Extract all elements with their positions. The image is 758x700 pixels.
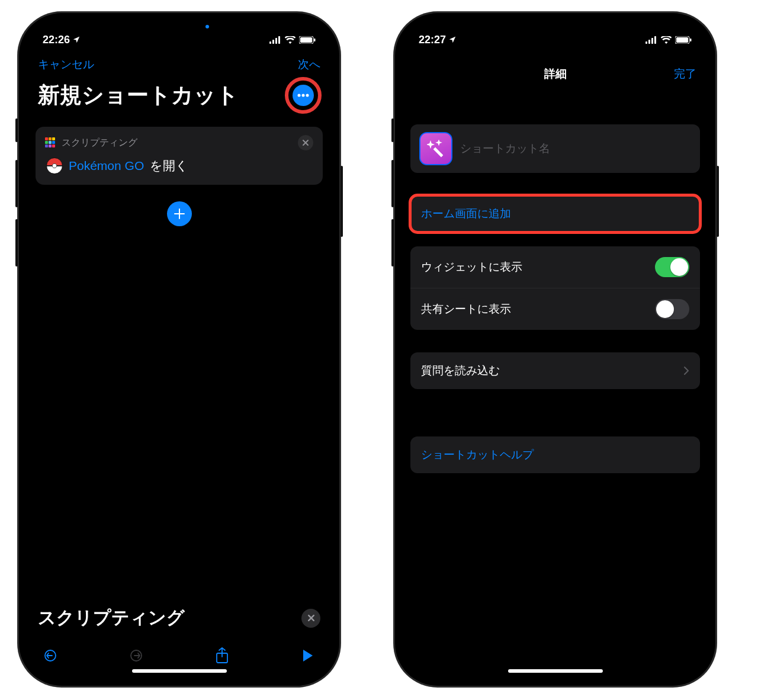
shortcut-icon-button[interactable] <box>420 133 452 165</box>
screen-right: 22:27 詳細 完了 ショートカット名 <box>402 20 708 679</box>
undo-button[interactable] <box>41 648 59 663</box>
widget-label: ウィジェットに表示 <box>421 259 522 275</box>
play-icon <box>302 649 314 662</box>
signal-icon <box>269 36 281 44</box>
phone-right: 22:27 詳細 完了 ショートカット名 <box>394 12 717 687</box>
share-sheet-toggle[interactable] <box>655 299 689 319</box>
action-category-label: スクリプティング <box>62 137 292 149</box>
more-button[interactable] <box>293 85 314 106</box>
action-suffix: を開く <box>150 158 188 174</box>
import-questions-button[interactable]: 質問を読み込む <box>410 352 700 389</box>
svg-rect-0 <box>269 41 271 44</box>
svg-point-8 <box>302 94 305 97</box>
chevron-right-icon <box>683 366 689 375</box>
run-button[interactable] <box>299 649 317 662</box>
svg-point-9 <box>306 94 309 97</box>
svg-rect-15 <box>651 38 653 44</box>
page-title: 新規ショートカット <box>38 81 239 110</box>
help-label: ショートカットヘルプ <box>421 447 534 463</box>
wifi-icon <box>661 36 672 44</box>
shortcut-name-section: ショートカット名 <box>410 124 700 173</box>
highlight-circle <box>285 77 322 114</box>
svg-rect-1 <box>272 40 274 44</box>
wand-icon <box>427 140 445 158</box>
app-name-link[interactable]: Pokémon GO <box>69 159 144 173</box>
close-sheet-button[interactable] <box>301 609 320 628</box>
help-section: ショートカットヘルプ <box>410 436 700 473</box>
share-icon <box>216 647 229 664</box>
redo-button <box>127 648 145 663</box>
next-button[interactable]: 次へ <box>298 57 320 72</box>
status-time: 22:27 <box>419 34 446 46</box>
status-icons <box>645 36 692 44</box>
nav-bar: 詳細 完了 <box>402 59 708 89</box>
nav-title: 詳細 <box>544 66 567 82</box>
svg-point-7 <box>298 94 301 97</box>
notch <box>484 20 627 41</box>
shortcut-name-input[interactable]: ショートカット名 <box>460 141 550 156</box>
ellipsis-icon <box>297 94 309 97</box>
display-options-section: ウィジェットに表示 共有シートに表示 <box>410 246 700 330</box>
svg-rect-19 <box>690 38 692 41</box>
close-icon <box>302 139 309 146</box>
done-button[interactable]: 完了 <box>674 66 696 82</box>
undo-icon <box>43 648 57 663</box>
show-in-share-sheet-row: 共有シートに表示 <box>410 288 700 330</box>
add-to-home-label: ホーム画面に追加 <box>421 206 511 221</box>
location-icon <box>448 36 457 44</box>
home-indicator[interactable] <box>508 669 603 673</box>
share-button[interactable] <box>213 647 231 664</box>
cancel-button[interactable]: キャンセル <box>38 57 94 72</box>
share-sheet-label: 共有シートに表示 <box>421 301 511 317</box>
svg-rect-6 <box>314 38 316 41</box>
remove-action-button[interactable] <box>298 135 313 150</box>
phone-left: 22:26 キャンセル 次へ 新規ショートカット <box>18 12 341 687</box>
plus-icon <box>174 208 185 219</box>
import-questions-section: 質問を読み込む <box>410 352 700 389</box>
svg-rect-3 <box>278 36 280 44</box>
action-card[interactable]: スクリプティング Pokémon GO を開く <box>36 127 323 185</box>
nav-bar: キャンセル 次へ <box>26 51 332 73</box>
battery-icon <box>299 36 316 44</box>
import-questions-label: 質問を読み込む <box>421 363 500 378</box>
screen-left: 22:26 キャンセル 次へ 新規ショートカット <box>26 20 332 679</box>
show-in-widget-row: ウィジェットに表示 <box>410 246 700 288</box>
svg-rect-13 <box>645 41 647 44</box>
add-to-home-button[interactable]: ホーム画面に追加 <box>410 195 700 232</box>
svg-rect-5 <box>300 37 312 43</box>
scripting-icon <box>45 137 56 148</box>
close-icon <box>307 614 315 622</box>
bottom-sheet-header[interactable]: スクリプティング <box>26 600 332 636</box>
widget-toggle[interactable] <box>655 257 689 277</box>
svg-rect-14 <box>648 40 650 44</box>
shortcut-help-button[interactable]: ショートカットヘルプ <box>410 436 700 473</box>
svg-rect-2 <box>275 38 277 44</box>
add-home-section: ホーム画面に追加 <box>410 195 700 232</box>
wifi-icon <box>285 36 296 44</box>
add-action-button[interactable] <box>167 201 192 226</box>
pokemon-go-icon <box>46 158 63 174</box>
search-category-title: スクリプティング <box>38 606 185 630</box>
svg-rect-16 <box>654 36 656 44</box>
location-icon <box>72 36 81 44</box>
redo-icon <box>129 648 143 663</box>
svg-rect-18 <box>676 37 688 43</box>
notch <box>108 20 250 41</box>
battery-icon <box>675 36 692 44</box>
status-time: 22:26 <box>43 34 70 46</box>
status-icons <box>269 36 316 44</box>
home-indicator[interactable] <box>132 669 227 673</box>
signal-icon <box>645 36 657 44</box>
